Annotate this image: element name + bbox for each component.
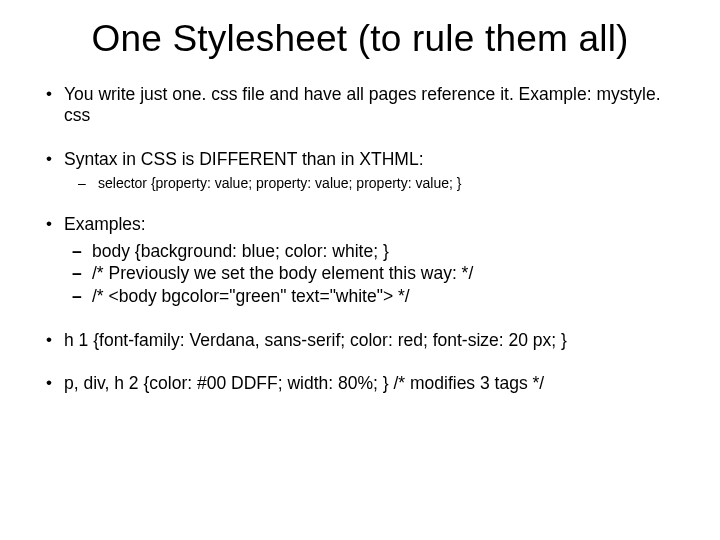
sub-text: body {background: blue; color: white; } bbox=[92, 241, 389, 261]
slide: One Stylesheet (to rule them all) You wr… bbox=[0, 0, 720, 540]
sub-list: body {background: blue; color: white; } … bbox=[64, 240, 680, 308]
bullet-item-3: Examples: body {background: blue; color:… bbox=[40, 214, 680, 308]
bullet-text: h 1 {font-family: Verdana, sans-serif; c… bbox=[64, 330, 567, 350]
bullet-item-5: p, div, h 2 {color: #00 DDFF; width: 80%… bbox=[40, 373, 680, 394]
sub-item: /* Previously we set the body element th… bbox=[64, 262, 680, 285]
bullet-text: You write just one. css file and have al… bbox=[64, 84, 661, 125]
sub-text: /* Previously we set the body element th… bbox=[92, 263, 473, 283]
sub-item: /* <body bgcolor="green" text="white"> *… bbox=[64, 285, 680, 308]
bullet-text: p, div, h 2 {color: #00 DDFF; width: 80%… bbox=[64, 373, 544, 393]
bullet-list: You write just one. css file and have al… bbox=[40, 84, 680, 395]
bullet-item-1: You write just one. css file and have al… bbox=[40, 84, 680, 127]
bullet-text: Examples: bbox=[64, 214, 146, 234]
bullet-item-4: h 1 {font-family: Verdana, sans-serif; c… bbox=[40, 330, 680, 351]
slide-title: One Stylesheet (to rule them all) bbox=[40, 18, 680, 60]
sub-text: /* <body bgcolor="green" text="white"> *… bbox=[92, 286, 410, 306]
bullet-text: Syntax in CSS is DIFFERENT than in XTHML… bbox=[64, 149, 424, 169]
sub-item: body {background: blue; color: white; } bbox=[64, 240, 680, 263]
bullet-item-2: Syntax in CSS is DIFFERENT than in XTHML… bbox=[40, 149, 680, 193]
sub-text: selector {property: value; property: val… bbox=[98, 175, 461, 191]
sub-list: selector {property: value; property: val… bbox=[64, 174, 680, 192]
sub-item: selector {property: value; property: val… bbox=[64, 174, 680, 192]
